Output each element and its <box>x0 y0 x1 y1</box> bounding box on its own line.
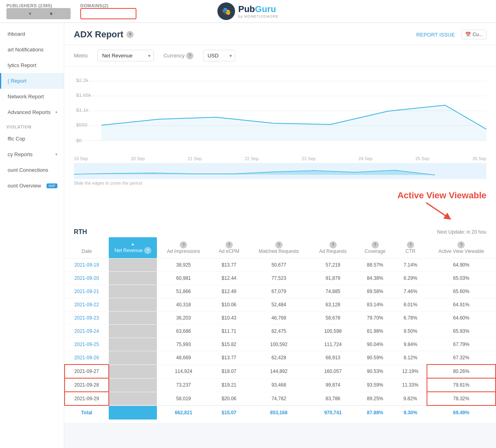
publishers-dropdown[interactable]: ▾ ▾ <box>6 8 71 19</box>
top-bar: PUBLISHERS (2385) ▾ ▾ DOMAINS(2) 🎭 PubGu… <box>0 0 496 23</box>
cell-date: 2021-09-21 <box>65 285 109 298</box>
chart-area: $2.2k $1.65k $1.1k $550 $0 19 Sep 20 Sep… <box>64 67 496 189</box>
th-ad-requests[interactable]: ? Ad Requests <box>310 237 356 259</box>
content-area: ADX Report ? REPORT ISSUE 📅 Cu... Metric… <box>64 23 496 448</box>
impressions-help-icon[interactable]: ? <box>180 241 187 248</box>
currency-help-icon[interactable]: ? <box>186 52 193 59</box>
chart-minimap[interactable] <box>74 163 486 179</box>
cell-requests: 99,874 <box>310 378 356 392</box>
cell-ctr: 6.78% <box>394 312 427 325</box>
table-body: 2021-09-1938,925$13.7750,67757,21988.57%… <box>65 259 496 406</box>
sidebar-item-analytics[interactable]: lytics Report <box>0 57 64 73</box>
sidebar-item-connections-label: ount Connections <box>8 167 48 173</box>
cell-net-revenue <box>109 298 157 312</box>
th-requests-label: Ad Requests <box>319 248 347 254</box>
cell-avv: 65.03% <box>427 272 496 285</box>
report-header: ADX Report ? REPORT ISSUE 📅 Cu... <box>64 23 496 45</box>
cell-requests: 74,885 <box>310 285 356 298</box>
avv-help-icon[interactable]: ? <box>457 241 465 248</box>
sidebar-item-analytics-label: lytics Report <box>8 62 37 68</box>
currency-select[interactable]: USD <box>203 50 235 61</box>
domains-dropdown[interactable] <box>80 8 136 19</box>
cell-ctr: 9.82% <box>394 392 427 405</box>
cell-coverage: 90.59% <box>356 351 394 365</box>
metric-label: Metric <box>74 53 88 59</box>
sidebar-item-network[interactable]: Network Report <box>0 89 64 104</box>
cell-impressions: 73,237 <box>157 378 210 392</box>
cell-net-revenue <box>109 351 157 365</box>
ctr-help-icon[interactable]: ? <box>407 241 414 248</box>
cell-ecpm: $12.49 <box>210 285 248 298</box>
x-label-3: 22 Sep <box>245 156 259 161</box>
sidebar-item-dashboard-label: ihboard <box>8 31 25 37</box>
x-label-1: 20 Sep <box>131 156 145 161</box>
logo-sub: by MONETIZEMORE <box>238 14 279 18</box>
th-matched-requests[interactable]: ? Matched Requests <box>248 237 310 259</box>
sidebar-item-advanced[interactable]: Advanced Reports ▾ <box>0 104 64 120</box>
cell-matched: 93,468 <box>248 378 310 392</box>
sidebar-item-dashboard[interactable]: ihboard <box>0 26 64 42</box>
chart-container: $2.2k $1.65k $1.1k $550 $0 19 Sep 20 Sep… <box>74 73 486 161</box>
cell-avv: 64.91% <box>427 298 496 312</box>
ecpm-help-icon[interactable]: ? <box>226 241 233 248</box>
th-active-view[interactable]: ? Active View Viewable <box>427 237 496 259</box>
minimap-chart <box>74 163 486 179</box>
metric-select[interactable]: Net Revenue <box>98 50 154 61</box>
cell-date: 2021-09-23 <box>65 312 109 325</box>
th-date: Date <box>65 237 109 259</box>
cell-date: 2021-09-26 <box>65 351 109 365</box>
sidebar-item-agency-reports[interactable]: cy Reports ▾ <box>0 147 64 162</box>
cell-impressions: 48,669 <box>157 351 210 365</box>
sidebar-item-account-overview[interactable]: ount Overview WIP <box>0 178 64 193</box>
publishers-label: PUBLISHERS (2385) <box>6 3 71 8</box>
cell-matched: 77,523 <box>248 272 310 285</box>
x-label-0: 19 Sep <box>74 156 88 161</box>
main-layout: ihboard art Notifications lytics Report … <box>0 23 496 448</box>
help-icon[interactable]: ? <box>126 31 134 38</box>
cell-ctr: 6.29% <box>394 272 427 285</box>
table-row: 2021-09-2648,669$13.7762,42868,91390.59%… <box>65 351 496 365</box>
currency-select-wrapper: USD <box>203 50 235 61</box>
sidebar-item-notifications[interactable]: art Notifications <box>0 42 64 57</box>
th-avv-label: Active View Viewable <box>439 248 484 254</box>
cell-impressions: 75,993 <box>157 338 210 351</box>
report-issue-button[interactable]: REPORT ISSUE <box>416 32 455 38</box>
sort-arrow-icon: ▲ <box>114 242 152 246</box>
matched-help-icon[interactable]: ? <box>275 241 283 248</box>
total-matched: 853,168 <box>248 405 310 419</box>
customize-button[interactable]: 📅 Cu... <box>461 30 486 39</box>
th-ad-impressions[interactable]: ? Ad Impressions <box>157 237 210 259</box>
sidebar-item-adx-label: ( Report <box>8 78 26 84</box>
net-help-icon[interactable]: ? <box>144 247 151 254</box>
sidebar-item-account-connections[interactable]: ount Connections <box>0 162 64 178</box>
th-net-revenue[interactable]: ▲ Net Revenue ? <box>109 237 157 259</box>
cell-net-revenue <box>109 312 157 325</box>
x-label-6: 25 Sep <box>415 156 429 161</box>
cell-requests: 68,913 <box>310 351 356 365</box>
svg-text:$0: $0 <box>76 138 82 143</box>
cell-matched: 74,782 <box>248 392 310 405</box>
sidebar-item-adx[interactable]: ( Report <box>0 73 64 89</box>
table-row: 2021-09-2463,686$11.7182,475100,59881.98… <box>65 325 496 338</box>
th-ad-ecpm[interactable]: ? Ad eCPM <box>210 237 248 259</box>
cell-matched: 67,079 <box>248 285 310 298</box>
requests-help-icon[interactable]: ? <box>329 241 337 248</box>
table-footer: Total 662,821 $15.07 853,168 970,741 87.… <box>65 405 496 419</box>
cell-date: 2021-09-29 <box>65 392 109 405</box>
cell-matched: 100,592 <box>248 338 310 351</box>
cell-requests: 91,879 <box>310 272 356 285</box>
cell-net-revenue <box>109 325 157 338</box>
th-coverage[interactable]: ? Coverage <box>356 237 394 259</box>
cell-avv: 67.32% <box>427 351 496 365</box>
dropdown-arrow2-icon: ▾ <box>50 10 67 17</box>
customize-label: Cu... <box>473 32 483 37</box>
th-ctr[interactable]: ? CTR <box>394 237 427 259</box>
cell-ecpm: $10.06 <box>210 298 248 312</box>
sidebar-item-traffic-cop[interactable]: ffic Cop <box>0 131 64 147</box>
cell-avv: 65.60% <box>427 285 496 298</box>
cell-matched: 82,475 <box>248 325 310 338</box>
coverage-help-icon[interactable]: ? <box>372 241 379 248</box>
cell-ctr: 11.33% <box>394 378 427 392</box>
cell-date: 2021-09-22 <box>65 298 109 312</box>
total-avv: 69.49% <box>427 405 496 419</box>
